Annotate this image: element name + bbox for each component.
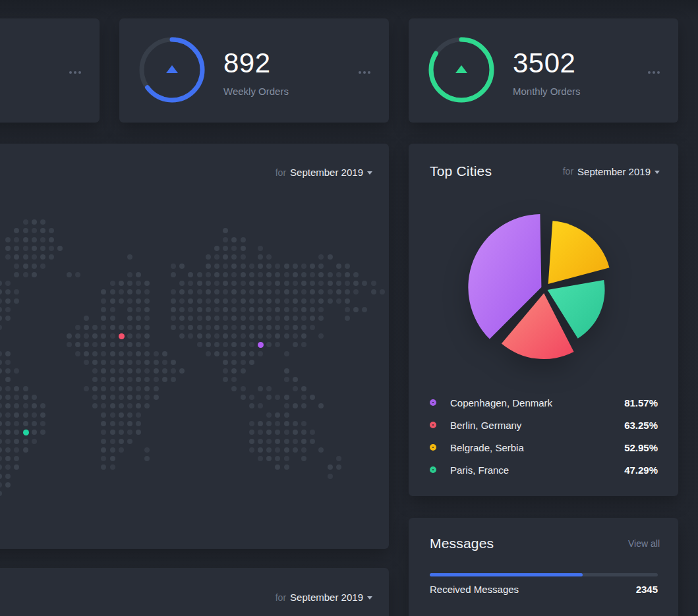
map-dot <box>293 316 298 321</box>
map-dot <box>275 325 280 330</box>
map-dot <box>67 342 72 347</box>
map-dot <box>336 264 341 269</box>
map-dot <box>231 298 237 304</box>
map-dot <box>127 368 132 374</box>
map-dot <box>144 351 150 356</box>
map-dot <box>310 395 315 400</box>
map-dot <box>0 298 2 304</box>
map-dot <box>136 325 141 330</box>
ellipsis-icon[interactable] <box>356 69 373 76</box>
map-dot <box>353 281 359 286</box>
map-dot <box>23 447 28 453</box>
map-dot <box>318 254 324 260</box>
map-dot <box>136 403 141 408</box>
map-dot <box>23 403 28 408</box>
map-dot <box>293 272 298 277</box>
map-dot <box>214 307 219 312</box>
map-dot <box>188 272 193 277</box>
map-dot <box>0 412 2 418</box>
map-dot <box>231 289 237 294</box>
world-map-card: for September 2019 <box>0 144 389 549</box>
map-dot <box>241 298 246 304</box>
map-dot <box>249 333 254 339</box>
map-dot <box>231 342 237 347</box>
map-dot <box>188 333 193 339</box>
stat-card-partial <box>0 18 100 123</box>
top-cities-pie-chart[interactable] <box>459 203 630 374</box>
map-dot <box>0 421 2 426</box>
map-dot <box>84 325 89 330</box>
triangle-up-icon <box>455 65 467 73</box>
map-dot <box>14 395 19 400</box>
map-dot <box>5 281 11 286</box>
map-dot <box>380 289 385 294</box>
map-dot <box>197 307 202 312</box>
map-dot <box>336 281 341 286</box>
map-dot <box>249 316 254 321</box>
world-dot-map <box>0 219 390 501</box>
map-dot <box>275 456 280 461</box>
map-dot <box>40 237 45 242</box>
view-all-link[interactable]: View all <box>628 538 660 549</box>
map-dot <box>101 395 106 400</box>
map-dot <box>171 272 176 277</box>
map-marker[interactable] <box>23 430 29 435</box>
map-dot <box>144 368 150 374</box>
map-dot <box>266 289 272 294</box>
map-dot <box>32 403 37 408</box>
map-dot <box>14 403 19 408</box>
month-filter-dropdown[interactable]: for September 2019 <box>276 592 372 603</box>
map-dot <box>266 386 272 391</box>
map-dot <box>223 246 228 251</box>
map-dot <box>5 377 11 382</box>
map-marker[interactable] <box>258 342 264 348</box>
filter-prefix-label: for <box>276 167 286 178</box>
map-dot <box>266 254 272 260</box>
map-dot <box>206 298 211 304</box>
map-dot <box>14 246 19 251</box>
map-marker[interactable] <box>119 333 125 339</box>
map-dot <box>0 316 2 321</box>
map-dot <box>258 325 263 330</box>
map-dot <box>144 447 150 453</box>
map-dot <box>84 386 89 391</box>
map-dot <box>223 377 228 382</box>
map-dot <box>310 272 315 277</box>
map-dot <box>119 447 124 453</box>
monthly-orders-value: 3502 <box>513 49 581 78</box>
map-dot <box>92 368 98 374</box>
map-dot <box>266 395 272 400</box>
legend-item-belgrade[interactable]: Belgrade, Serbia 52.95% <box>430 436 658 459</box>
map-dot <box>293 264 298 269</box>
map-dot <box>92 403 98 408</box>
map-dot <box>92 351 98 356</box>
map-dot <box>0 430 2 435</box>
map-dot <box>144 403 150 408</box>
map-dot <box>275 289 280 294</box>
month-filter-dropdown[interactable]: for September 2019 <box>563 166 660 177</box>
map-dot <box>101 386 106 391</box>
map-dot <box>293 430 298 435</box>
map-dot <box>23 386 28 391</box>
map-dot <box>101 368 106 374</box>
top-cities-card: Top Cities for September 2019 Copenhagen… <box>409 144 678 496</box>
ellipsis-icon[interactable] <box>67 69 84 76</box>
map-dot <box>179 316 185 321</box>
map-dot <box>206 351 211 356</box>
map-dot <box>101 421 106 426</box>
legend-item-berlin[interactable]: Berlin, Germany 63.25% <box>430 414 658 436</box>
legend-item-paris[interactable]: Paris, France 47.29% <box>430 459 658 481</box>
legend-item-copenhagen[interactable]: Copenhagen, Denmark 81.57% <box>430 391 658 414</box>
map-dot <box>293 386 298 391</box>
month-filter-dropdown[interactable]: for September 2019 <box>276 167 372 178</box>
map-dot <box>162 351 167 356</box>
map-dot <box>23 412 28 418</box>
ellipsis-icon[interactable] <box>645 69 662 76</box>
map-dot <box>284 456 289 461</box>
map-dot <box>284 395 289 400</box>
map-dot <box>23 421 28 426</box>
map-dot <box>258 439 263 444</box>
map-dot <box>284 281 289 286</box>
map-dot <box>14 447 19 453</box>
map-dot <box>275 272 280 277</box>
